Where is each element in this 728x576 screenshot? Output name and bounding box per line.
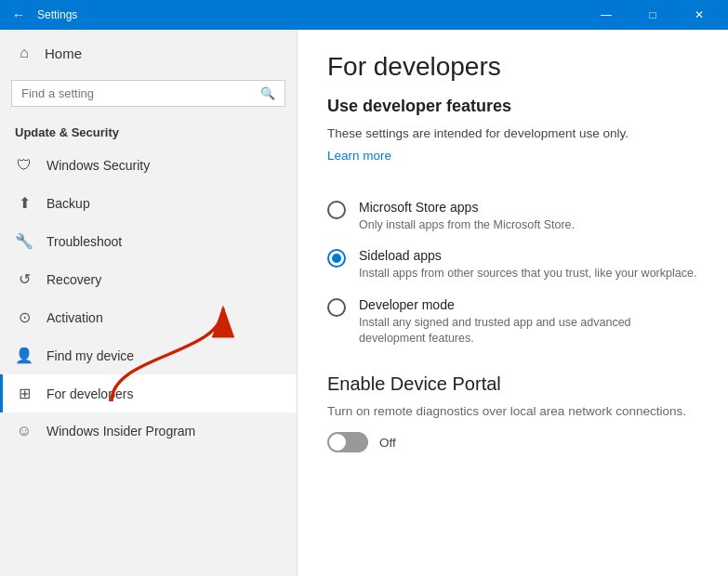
person-icon: 👤: [15, 347, 33, 364]
grid-icon: ⊞: [15, 385, 33, 402]
minimize-button[interactable]: —: [585, 0, 628, 30]
page-title: For developers: [327, 52, 698, 82]
toggle-thumb: [329, 434, 346, 451]
window-controls: — □ ✕: [585, 0, 721, 30]
sidebar-item-label: Windows Security: [46, 158, 150, 173]
home-icon: ⌂: [15, 45, 33, 61]
sidebar-item-windows-security[interactable]: 🛡 Windows Security: [0, 147, 297, 184]
radio-dev-mode[interactable]: [327, 298, 346, 317]
titlebar-title: Settings: [37, 8, 577, 21]
use-dev-desc: These settings are intended for developm…: [327, 125, 698, 143]
refresh-icon: ↺: [15, 270, 33, 288]
use-dev-title: Use developer features: [327, 97, 698, 116]
option-dev-mode-text: Developer mode Install any signed and tr…: [359, 297, 698, 347]
radio-options-group: Microsoft Store apps Only install apps f…: [327, 200, 698, 347]
device-portal-toggle[interactable]: [327, 432, 368, 452]
option-sideload-text: Sideload apps Install apps from other so…: [359, 248, 696, 282]
upload-icon: ⬆: [15, 194, 33, 212]
toggle-row: Off: [327, 432, 698, 452]
option-sideload-label: Sideload apps: [359, 248, 696, 263]
option-dev-mode-desc: Install any signed and trusted app and u…: [359, 315, 698, 347]
shield-icon: 🛡: [15, 157, 33, 174]
radio-sideload[interactable]: [327, 249, 346, 268]
sidebar-item-label: Activation: [46, 310, 103, 325]
sidebar-item-label: Find my device: [46, 348, 134, 363]
sidebar-item-windows-insider[interactable]: ☺ Windows Insider Program: [0, 412, 297, 450]
option-sideload-desc: Install apps from other sources that you…: [359, 266, 696, 282]
sidebar-item-find-my-device[interactable]: 👤 Find my device: [0, 336, 297, 374]
titlebar: ← Settings — □ ✕: [0, 0, 728, 30]
close-button[interactable]: ✕: [678, 0, 721, 30]
sidebar-item-label: For developers: [46, 386, 133, 401]
check-circle-icon: ⊙: [15, 308, 33, 326]
sidebar-section-label: Update & Security: [0, 118, 297, 147]
back-button[interactable]: ←: [7, 4, 30, 26]
sidebar-item-troubleshoot[interactable]: 🔧 Troubleshoot: [0, 222, 297, 260]
option-sideload: Sideload apps Install apps from other so…: [327, 248, 698, 282]
content-area: For developers Use developer features Th…: [298, 30, 728, 576]
smiley-icon: ☺: [15, 423, 33, 439]
radio-ms-store[interactable]: [327, 201, 346, 219]
toggle-label: Off: [379, 436, 396, 450]
search-icon: 🔍: [260, 86, 275, 100]
wrench-icon: 🔧: [15, 232, 33, 250]
search-box: 🔍: [11, 80, 285, 107]
search-input[interactable]: [21, 86, 253, 100]
option-ms-store: Microsoft Store apps Only install apps f…: [327, 200, 698, 234]
sidebar-item-label: Backup: [46, 196, 90, 211]
option-ms-store-label: Microsoft Store apps: [359, 200, 575, 215]
enable-portal-title: Enable Device Portal: [327, 373, 698, 395]
option-dev-mode: Developer mode Install any signed and tr…: [327, 297, 698, 347]
section-divider: Enable Device Portal Turn on remote diag…: [327, 373, 698, 452]
sidebar-item-recovery[interactable]: ↺ Recovery: [0, 260, 297, 298]
sidebar-item-for-developers[interactable]: ⊞ For developers: [0, 374, 297, 412]
sidebar-item-label: Troubleshoot: [46, 234, 122, 249]
sidebar: ⌂ Home 🔍 Update & Security 🛡 Windows Sec…: [0, 30, 298, 576]
sidebar-item-activation[interactable]: ⊙ Activation: [0, 298, 297, 336]
maximize-button[interactable]: □: [631, 0, 674, 30]
option-ms-store-desc: Only install apps from the Microsoft Sto…: [359, 217, 575, 234]
sidebar-item-label: Recovery: [46, 272, 101, 287]
sidebar-item-home[interactable]: ⌂ Home: [0, 30, 297, 76]
enable-portal-desc: Turn on remote diagnostics over local ar…: [327, 402, 698, 421]
learn-more-link[interactable]: Learn more: [327, 149, 391, 163]
home-label: Home: [45, 46, 82, 61]
option-ms-store-text: Microsoft Store apps Only install apps f…: [359, 200, 575, 234]
sidebar-item-label: Windows Insider Program: [46, 424, 195, 439]
main-container: ⌂ Home 🔍 Update & Security 🛡 Windows Sec…: [0, 30, 728, 576]
option-dev-mode-label: Developer mode: [359, 297, 698, 312]
sidebar-item-backup[interactable]: ⬆ Backup: [0, 184, 297, 222]
